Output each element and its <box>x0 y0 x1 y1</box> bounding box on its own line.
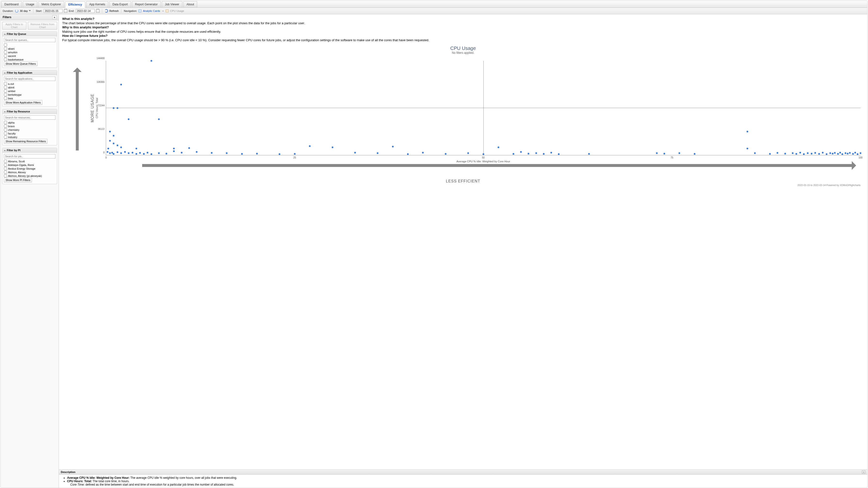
filter-checkbox[interactable] <box>4 160 7 163</box>
data-point[interactable] <box>855 152 856 153</box>
data-point[interactable] <box>109 131 111 132</box>
data-point[interactable] <box>792 152 794 154</box>
filter-checkbox[interactable] <box>4 54 7 57</box>
data-point[interactable] <box>513 153 515 155</box>
data-point[interactable] <box>679 152 680 154</box>
data-point[interactable] <box>799 152 801 153</box>
data-point[interactable] <box>857 153 858 155</box>
filter-checkbox[interactable] <box>4 171 7 174</box>
data-point[interactable] <box>124 151 126 153</box>
data-point[interactable] <box>113 135 115 136</box>
data-point[interactable] <box>746 148 748 150</box>
collapse-icon[interactable] <box>4 149 6 151</box>
filter-checkbox-row[interactable]: basketweave <box>4 58 56 61</box>
data-point[interactable] <box>663 153 665 154</box>
filter-checkbox-row[interactable]: Akimov, Alexey (pi-alexeyak) <box>4 174 56 178</box>
filter-checkbox[interactable] <box>4 58 7 61</box>
end-date-input[interactable] <box>76 9 95 13</box>
filter-checkbox-row[interactable]: abani <box>4 47 56 51</box>
filter-checkbox-row[interactable]: faculty <box>4 131 56 135</box>
remove-filters-button[interactable]: Remove Filters from Chart <box>28 22 57 30</box>
tab-about[interactable]: About <box>183 1 197 7</box>
filter-search-input[interactable] <box>4 38 56 42</box>
data-point[interactable] <box>777 152 778 154</box>
data-point[interactable] <box>588 153 590 155</box>
collapse-sidebar-button[interactable]: « <box>52 15 57 19</box>
refresh-button[interactable]: Refresh <box>110 9 119 12</box>
data-point[interactable] <box>847 153 848 154</box>
data-point[interactable] <box>826 153 827 155</box>
data-point[interactable] <box>832 153 833 154</box>
filter-checkbox[interactable] <box>4 82 7 85</box>
apply-filters-button[interactable]: Apply Filters to Chart <box>2 22 26 30</box>
filter-search-input[interactable] <box>4 115 56 120</box>
data-point[interactable] <box>166 153 167 154</box>
data-point[interactable] <box>834 152 836 154</box>
show-more-filter-by-queue-button[interactable]: Show More Queue Filters <box>4 61 37 66</box>
filter-checkbox-row[interactable]: bravo <box>4 124 56 128</box>
filter-checkbox-row[interactable]: alpha <box>4 121 56 124</box>
data-point[interactable] <box>143 153 145 155</box>
data-point[interactable] <box>754 152 755 154</box>
data-point[interactable] <box>211 152 213 154</box>
data-point[interactable] <box>558 153 560 155</box>
data-point[interactable] <box>173 150 175 152</box>
data-point[interactable] <box>117 145 118 146</box>
data-point[interactable] <box>107 151 108 153</box>
data-point[interactable] <box>120 84 122 85</box>
filter-checkbox-row[interactable]: berkeleygw <box>4 93 56 96</box>
data-point[interactable] <box>294 153 296 155</box>
data-point[interactable] <box>354 152 356 153</box>
data-point[interactable] <box>196 151 197 153</box>
data-point[interactable] <box>818 153 820 155</box>
data-point[interactable] <box>839 152 841 153</box>
filter-checkbox[interactable] <box>4 97 7 100</box>
data-point[interactable] <box>173 148 175 150</box>
data-point[interactable] <box>241 153 243 155</box>
filter-checkbox-row[interactable]: amber <box>4 89 56 93</box>
filter-checkbox[interactable] <box>4 89 7 93</box>
data-point[interactable] <box>769 153 771 155</box>
scatter-plot[interactable]: CPU Hours: Total Average CPU % Idle: Wei… <box>106 61 861 155</box>
data-point[interactable] <box>497 146 499 148</box>
filter-checkbox[interactable] <box>4 167 7 170</box>
data-point[interactable] <box>837 153 839 155</box>
data-point[interactable] <box>135 148 137 150</box>
filter-checkbox[interactable] <box>4 163 7 166</box>
calendar-icon[interactable] <box>96 9 99 12</box>
calendar-icon[interactable] <box>64 9 67 12</box>
data-point[interactable] <box>814 152 816 154</box>
filter-checkbox[interactable] <box>4 125 7 128</box>
data-point[interactable] <box>158 152 160 154</box>
show-more-filter-by-pi-button[interactable]: Show More PI Filters <box>4 178 32 182</box>
data-point[interactable] <box>120 146 122 148</box>
data-point[interactable] <box>796 153 797 155</box>
tab-data-export[interactable]: Data Export <box>109 1 131 7</box>
filter-checkbox-row[interactable] <box>4 43 56 47</box>
tab-job-viewer[interactable]: Job Viewer <box>162 1 182 7</box>
filter-checkbox[interactable] <box>4 128 7 131</box>
data-point[interactable] <box>117 107 118 109</box>
filter-checkbox[interactable] <box>4 132 7 135</box>
filter-checkbox[interactable] <box>4 135 7 139</box>
expand-description-button[interactable]: ↕ <box>862 470 865 474</box>
data-point[interactable] <box>113 107 115 109</box>
data-point[interactable] <box>128 152 130 154</box>
filter-checkbox-row[interactable]: a.out <box>4 82 56 86</box>
data-point[interactable] <box>422 152 424 153</box>
data-point[interactable] <box>279 153 280 155</box>
filter-checkbox[interactable] <box>4 174 7 177</box>
tab-dashboard[interactable]: Dashboard <box>1 1 22 7</box>
filter-checkbox-row[interactable]: Adelaiye-Ogala, Remi <box>4 163 56 167</box>
data-point[interactable] <box>147 152 149 153</box>
filter-checkbox-row[interactable]: Akimov, Alexey <box>4 170 56 174</box>
data-point[interactable] <box>830 152 831 154</box>
collapse-icon[interactable] <box>4 33 6 35</box>
filter-checkbox-row[interactable]: amurkin <box>4 51 56 54</box>
data-point[interactable] <box>844 152 846 154</box>
data-point[interactable] <box>822 152 824 153</box>
data-point[interactable] <box>535 152 537 154</box>
data-point[interactable] <box>377 152 378 154</box>
refresh-icon[interactable] <box>104 9 108 12</box>
data-point[interactable] <box>520 151 522 153</box>
